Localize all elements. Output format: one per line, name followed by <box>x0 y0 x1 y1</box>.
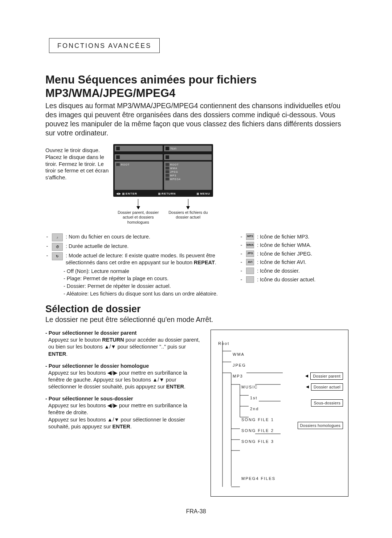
repeat-icon: ↻ <box>52 252 63 260</box>
osd-right-item: JPEG <box>170 171 178 173</box>
repeat-track: - Plage: Permet de répéter la plage en c… <box>64 275 229 282</box>
select-peer-title: - Pour sélectionner le dossier homologue <box>45 363 201 370</box>
osd-right-item: MPEG4 <box>170 178 181 180</box>
tree-box-parent: Dossier parent <box>310 372 343 380</box>
folder-selection-row: - Pour sélectionner le dossier parent Ap… <box>45 330 348 497</box>
section2-lead: Le dossier ne peut être sélectionné qu'e… <box>45 315 348 324</box>
tree-box-current: Dossier actuel <box>311 383 343 391</box>
osd-footer-enter: ENTER <box>126 192 137 195</box>
legend-name: : Nom du fichier en cours de lecture. <box>66 233 229 241</box>
tree-song1: SONG FILE 1 <box>241 417 274 422</box>
avi-file-icon <box>246 259 254 265</box>
repeat-off: - Off (Non): Lecture normale <box>64 268 229 275</box>
osd-footer-return: RETURN <box>162 192 176 195</box>
legend-wma: : Icône de fichier WMA. <box>257 242 348 249</box>
osd-callout-right: Dossiers et fichiers du dossier actuel <box>163 209 213 225</box>
folder-tree-diagram: Root WMA JPEG MP3 Dossier parent MUSIC D… <box>211 330 348 497</box>
tree-mpeg4: MPEG4 FILES <box>241 476 275 481</box>
repeat-folder: - Dossier: Permet de répéter le dossier … <box>64 283 229 290</box>
tree-box-peer: Dossiers homologues <box>298 422 343 429</box>
osd-illustration-row: Ouvrez le tiroir disque. Placez le disqu… <box>45 144 348 225</box>
down-arrow-icon <box>163 197 213 209</box>
repeat-random: - Aléatoire: Les fichiers du disque sont… <box>64 290 229 298</box>
mp3-file-icon <box>246 233 254 240</box>
icon-legend: - ♪ : Nom du fichier en cours de lecture… <box>45 233 348 298</box>
legend-duration: : Durée actuelle de lecture. <box>66 243 229 250</box>
folder-selection-instructions: - Pour sélectionner le dossier parent Ap… <box>45 330 201 435</box>
tree-first: 1st <box>250 396 258 400</box>
osd-right-item: MP3 <box>170 174 176 177</box>
legend-folder-cur: : Icône du dossier actuel. <box>257 276 348 284</box>
tree-mp3: MP3 <box>233 374 243 378</box>
legend-mode: : Mode actuel de lecture: Il existe quat… <box>66 252 229 266</box>
wma-file-icon <box>246 242 254 248</box>
filename-icon: ♪ <box>52 233 63 241</box>
select-peer-body: Appuyez sur les boutons ◀/▶ pour mettre … <box>45 370 201 390</box>
tree-jpeg: JPEG <box>233 363 246 367</box>
page-title: Menu Séquences animées pour fichiers MP3… <box>45 73 348 100</box>
select-sub-body: Appuyez sur les boutons ◀/▶ pour mettre … <box>45 402 201 430</box>
legend-left-column: - ♪ : Nom du fichier en cours de lecture… <box>45 233 229 298</box>
legend-jpeg: : Icône de fichier JPEG. <box>257 250 348 258</box>
down-arrow-icon <box>113 197 163 209</box>
jpeg-file-icon <box>246 250 254 257</box>
tree-song2: SONG FILE 2 <box>241 428 274 433</box>
page-number: FRA-38 <box>0 508 392 515</box>
legend-right-column: -: Icône de fichier MP3. -: Icône de fic… <box>240 233 348 298</box>
select-parent-body: Appuyez sur le bouton RETURN pour accéde… <box>45 337 201 357</box>
legend-avi: : Icône de fichier AVI. <box>257 259 348 266</box>
tree-music: MUSIC <box>241 385 258 389</box>
tree-second: 2nd <box>250 407 259 411</box>
left-arrow-icon <box>306 386 309 388</box>
step-instructions: Ouvrez le tiroir disque. Placez le disqu… <box>45 147 109 181</box>
osd-screen: Non ROOT ROOT WMA JPEG MP3 MPEG4 <box>113 144 213 197</box>
legend-mp3: : Icône de fichier MP3. <box>257 233 348 241</box>
osd-top-right: Non <box>171 147 177 150</box>
select-parent-title: - Pour sélectionner le dossier parent <box>45 330 201 337</box>
clock-icon: ⏱ <box>52 243 63 251</box>
repeat-modes-list: - Off (Non): Lecture normale - Plage: Pe… <box>45 268 229 297</box>
tree-root: Root <box>218 341 229 346</box>
select-sub-title: - Pour sélectionner le sous-dossier <box>45 395 201 402</box>
osd-block: Non ROOT ROOT WMA JPEG MP3 MPEG4 <box>113 144 213 225</box>
section-tag: FONCTIONS AVANCÉES <box>49 38 160 53</box>
osd-right-item: ROOT <box>170 163 179 166</box>
legend-folder: : Icône de dossier. <box>257 268 348 275</box>
left-arrow-icon <box>305 375 308 378</box>
osd-footer-menu: MENU <box>200 192 210 195</box>
osd-right-item: WMA <box>170 167 177 170</box>
tree-wma: WMA <box>233 352 245 356</box>
folder-icon <box>246 268 254 274</box>
tree-song3: SONG FILE 3 <box>241 439 274 444</box>
page: FONCTIONS AVANCÉES Menu Séquences animée… <box>0 0 392 518</box>
current-folder-icon <box>246 276 254 283</box>
osd-left-item: ROOT <box>121 163 130 166</box>
osd-callout-left: Dossier parent, dossier actuel et dossie… <box>113 209 163 225</box>
section2-title: Sélection de dossier <box>45 303 348 315</box>
intro-paragraph: Les disques au format MP3/WMA/JPEG/MPEG4… <box>45 101 348 138</box>
